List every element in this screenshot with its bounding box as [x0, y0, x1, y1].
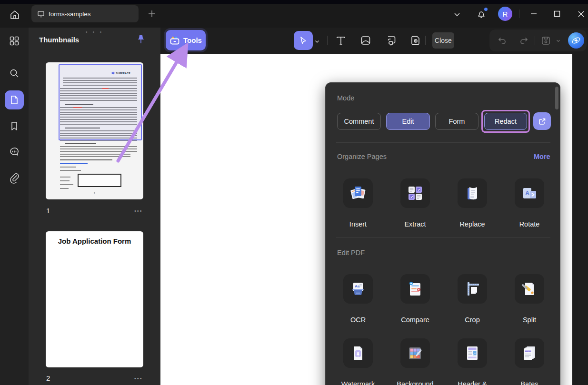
- select-tool-button[interactable]: [294, 31, 313, 50]
- history-save-group: [489, 30, 587, 51]
- mode-form-button[interactable]: Form: [435, 113, 478, 130]
- extract-icon: [406, 184, 424, 202]
- add-image-tool[interactable]: [358, 32, 374, 49]
- tool-label-replace: Replace: [444, 220, 501, 229]
- tool-label-compare: Compare: [387, 316, 444, 325]
- thumb1-line: [60, 180, 70, 182]
- tools-menu-panel: Mode Comment Edit Form Redact Organize P…: [325, 82, 560, 385]
- tool-replace[interactable]: [458, 178, 487, 208]
- external-link-icon: [538, 117, 547, 126]
- maximize-icon: [553, 10, 561, 18]
- open-in-new-window-button[interactable]: [533, 112, 551, 130]
- rail-thumbnails-button[interactable]: [5, 90, 24, 109]
- mode-redact-button[interactable]: Redact: [484, 113, 527, 130]
- rail-bookmarks-button[interactable]: [5, 117, 24, 136]
- undo-button[interactable]: [497, 35, 508, 46]
- tool-label-background: Background: [387, 380, 444, 385]
- save-icon: [541, 36, 551, 46]
- new-tab-button[interactable]: [146, 8, 158, 20]
- thumb2-heading: Job Application Form: [46, 237, 143, 245]
- tool-label-bates-numbering: Bates Numbering: [506, 380, 553, 385]
- tool-header-footer[interactable]: [458, 338, 487, 368]
- compare-icon: [406, 280, 424, 298]
- page-thumbnail-2[interactable]: Job Application Form: [46, 231, 143, 367]
- thumb1-paragraph: [60, 146, 137, 152]
- header-footer-icon: [463, 344, 481, 362]
- background-icon: [406, 344, 424, 362]
- redo-button[interactable]: [518, 35, 529, 46]
- add-sticky-tool[interactable]: [408, 32, 424, 49]
- save-button[interactable]: [540, 35, 551, 46]
- tools-button-label: Tools: [183, 36, 202, 44]
- tool-label-rotate: Rotate: [501, 220, 558, 229]
- ai-assistant-icon: [571, 35, 581, 46]
- left-icon-rail: [0, 28, 29, 385]
- tool-background[interactable]: [400, 338, 430, 368]
- ocr-icon: Aa: [349, 280, 367, 298]
- rail-search-button[interactable]: [5, 64, 24, 83]
- window-close-button[interactable]: [575, 8, 587, 20]
- rail-comments-button[interactable]: [5, 142, 24, 161]
- close-mode-button[interactable]: Close: [432, 32, 454, 49]
- tool-compare[interactable]: [400, 274, 430, 304]
- page-2-menu-button[interactable]: •••: [134, 375, 143, 381]
- minimize-button[interactable]: [528, 8, 540, 20]
- add-link-tool[interactable]: [383, 32, 399, 49]
- home-button[interactable]: [8, 8, 22, 22]
- tools-button[interactable]: Tools: [166, 30, 206, 50]
- cursor-icon: [299, 36, 308, 45]
- thumb1-paragraph: [60, 154, 130, 157]
- minimize-icon: [529, 10, 538, 18]
- watermark-icon: [349, 344, 367, 362]
- page-thumbnail-1[interactable]: SUPERACE 2: [46, 62, 143, 199]
- tool-rotate[interactable]: A: [515, 178, 544, 208]
- panel-scrollbar[interactable]: [555, 87, 558, 109]
- organize-more-link[interactable]: More: [534, 153, 550, 160]
- save-options-chevron[interactable]: [554, 35, 562, 46]
- tool-label-header-footer: Header & Footer: [451, 380, 494, 385]
- viewer-area: SUPERACE that Author may use such Works …: [160, 28, 588, 385]
- document-tab-icon: [37, 10, 45, 18]
- account-chevron-button[interactable]: [451, 9, 463, 20]
- toolbox-icon: [169, 36, 180, 45]
- maximize-button[interactable]: [551, 8, 563, 20]
- notification-dot: [484, 8, 488, 11]
- thumb1-selection-rectangle[interactable]: [59, 64, 142, 140]
- rail-grid-button[interactable]: [5, 31, 24, 50]
- tool-crop[interactable]: [458, 274, 487, 304]
- section-divider: [336, 237, 550, 238]
- toolbar-separator: [327, 36, 328, 45]
- mode-comment-button[interactable]: Comment: [337, 113, 381, 130]
- user-avatar[interactable]: R: [498, 7, 512, 21]
- tool-extract[interactable]: [400, 178, 430, 208]
- tool-ocr[interactable]: Aa: [343, 274, 373, 304]
- thumb1-heading: [65, 143, 96, 145]
- toolbar-separator: [425, 36, 426, 45]
- pin-panel-button[interactable]: [135, 33, 147, 46]
- close-icon: [577, 10, 585, 18]
- notifications-button[interactable]: [475, 7, 488, 21]
- tool-label-crop: Crop: [444, 316, 501, 325]
- split-icon: [520, 280, 538, 298]
- toolbar-separator: [535, 36, 535, 45]
- rail-attachments-button[interactable]: [5, 168, 24, 188]
- select-tool-chevron[interactable]: [313, 33, 321, 50]
- thumbnails-panel-title: Thumbnails: [39, 36, 79, 44]
- tool-label-ocr: OCR: [329, 316, 387, 325]
- tool-watermark[interactable]: [343, 338, 373, 368]
- page-1-label: 1: [46, 207, 50, 215]
- tool-bates-numbering[interactable]: 000123: [515, 338, 544, 368]
- ai-assistant-button[interactable]: [568, 32, 584, 49]
- page-1-menu-button[interactable]: •••: [134, 208, 143, 214]
- tool-insert[interactable]: [343, 178, 373, 208]
- thumb1-company-line: [60, 159, 112, 161]
- chevron-down-icon: [556, 38, 561, 43]
- tool-split[interactable]: [515, 274, 544, 304]
- pin-icon: [135, 33, 147, 46]
- mode-section-label: Mode: [337, 94, 354, 102]
- tool-label-extract: Extract: [387, 220, 444, 229]
- undo-icon: [498, 36, 507, 45]
- mode-edit-button[interactable]: Edit: [386, 113, 430, 130]
- add-text-tool[interactable]: [333, 32, 349, 49]
- document-tab[interactable]: forms-samples: [31, 5, 139, 22]
